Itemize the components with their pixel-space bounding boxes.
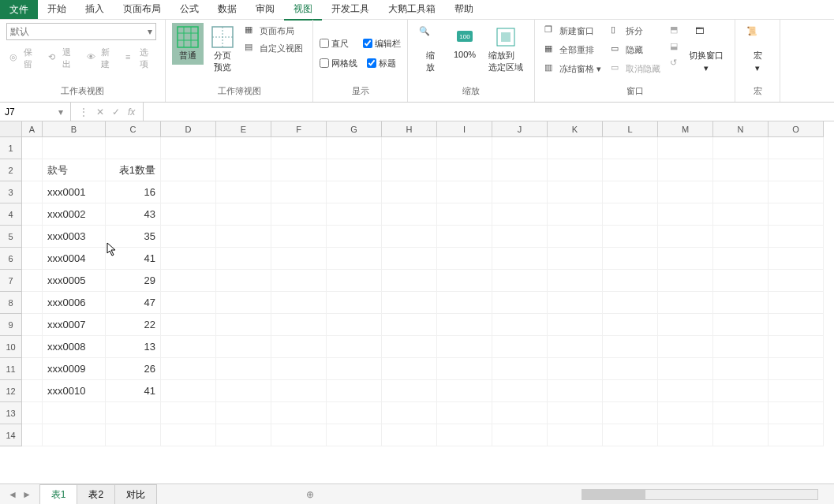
formula-input[interactable]: [144, 110, 834, 114]
cell-I10[interactable]: [437, 336, 492, 358]
cell-J12[interactable]: [492, 380, 548, 402]
cell-M2[interactable]: [658, 159, 713, 181]
cell-B6[interactable]: xxx0004: [43, 248, 106, 270]
cell-C11[interactable]: 26: [106, 358, 161, 380]
cell-I14[interactable]: [437, 424, 492, 446]
cell-L5[interactable]: [603, 226, 658, 248]
cell-N2[interactable]: [713, 159, 769, 181]
cell-M13[interactable]: [658, 402, 713, 424]
menu-tab-6[interactable]: 视图: [284, 0, 322, 21]
cell-O2[interactable]: [769, 159, 824, 181]
cell-I6[interactable]: [437, 248, 492, 270]
cell-A3[interactable]: [22, 181, 43, 203]
cell-B9[interactable]: xxx0007: [43, 314, 106, 336]
cell-A7[interactable]: [22, 270, 43, 292]
cell-J4[interactable]: [492, 203, 548, 226]
cell-H8[interactable]: [382, 292, 437, 314]
row-header-9[interactable]: 9: [0, 314, 22, 336]
cell-A13[interactable]: [22, 402, 43, 424]
cell-C9[interactable]: 22: [106, 314, 161, 336]
name-box[interactable]: ▾: [0, 103, 71, 121]
cell-I5[interactable]: [437, 226, 492, 248]
spreadsheet-grid[interactable]: ABCDEFGHIJKLMNO 1234567891011121314 款号表1…: [0, 121, 834, 483]
row-header-4[interactable]: 4: [0, 203, 22, 226]
row-header-14[interactable]: 14: [0, 424, 22, 446]
cell-N9[interactable]: [713, 314, 769, 336]
cell-C5[interactable]: 35: [106, 226, 161, 248]
sheet-tab-1[interactable]: 表2: [77, 484, 115, 505]
cell-H14[interactable]: [382, 424, 437, 446]
cell-K11[interactable]: [548, 358, 603, 380]
cell-K9[interactable]: [548, 314, 603, 336]
cell-L9[interactable]: [603, 314, 658, 336]
cell-H4[interactable]: [382, 203, 437, 226]
row-header-2[interactable]: 2: [0, 159, 22, 181]
cell-G4[interactable]: [327, 203, 382, 226]
col-header-I[interactable]: I: [437, 121, 492, 137]
cell-G2[interactable]: [327, 159, 382, 181]
cell-E7[interactable]: [216, 270, 271, 292]
cell-C14[interactable]: [106, 424, 161, 446]
cell-H5[interactable]: [382, 226, 437, 248]
cell-E2[interactable]: [216, 159, 271, 181]
add-sheet-button[interactable]: ⊕: [300, 487, 320, 502]
hide-button[interactable]: ▭隐藏: [608, 42, 664, 58]
cell-J8[interactable]: [492, 292, 548, 314]
cell-C8[interactable]: 47: [106, 292, 161, 314]
cancel-icon[interactable]: ✕: [96, 106, 104, 118]
cell-L4[interactable]: [603, 203, 658, 226]
cell-M11[interactable]: [658, 358, 713, 380]
cell-O5[interactable]: [769, 226, 824, 248]
cell-E13[interactable]: [216, 402, 271, 424]
page-layout-button[interactable]: ▦页面布局: [241, 23, 306, 39]
cell-A5[interactable]: [22, 226, 43, 248]
menu-tab-1[interactable]: 插入: [76, 0, 114, 19]
row-header-7[interactable]: 7: [0, 270, 22, 292]
cell-G9[interactable]: [327, 314, 382, 336]
cell-K6[interactable]: [548, 248, 603, 270]
cell-H6[interactable]: [382, 248, 437, 270]
cell-H1[interactable]: [382, 137, 437, 159]
cell-H9[interactable]: [382, 314, 437, 336]
cell-O4[interactable]: [769, 203, 824, 226]
cell-N4[interactable]: [713, 203, 769, 226]
cell-D5[interactable]: [161, 226, 216, 248]
cell-N5[interactable]: [713, 226, 769, 248]
cell-E14[interactable]: [216, 424, 271, 446]
cell-A8[interactable]: [22, 292, 43, 314]
cell-E8[interactable]: [216, 292, 271, 314]
cell-N11[interactable]: [713, 358, 769, 380]
split-button[interactable]: ▯拆分: [608, 23, 664, 39]
cell-G1[interactable]: [327, 137, 382, 159]
cell-A9[interactable]: [22, 314, 43, 336]
cell-K14[interactable]: [548, 424, 603, 446]
cell-G3[interactable]: [327, 181, 382, 203]
cell-K10[interactable]: [548, 336, 603, 358]
col-header-O[interactable]: O: [769, 121, 824, 137]
row-header-5[interactable]: 5: [0, 226, 22, 248]
cell-B4[interactable]: xxx0002: [43, 203, 106, 226]
sheet-tab-0[interactable]: 表1: [39, 484, 78, 505]
cell-D8[interactable]: [161, 292, 216, 314]
cell-B2[interactable]: 款号: [43, 159, 106, 181]
row-header-10[interactable]: 10: [0, 336, 22, 358]
cell-L14[interactable]: [603, 424, 658, 446]
cell-B13[interactable]: [43, 402, 106, 424]
row-header-3[interactable]: 3: [0, 181, 22, 203]
cell-L1[interactable]: [603, 137, 658, 159]
cell-J13[interactable]: [492, 402, 548, 424]
cell-F9[interactable]: [271, 314, 327, 336]
cell-A14[interactable]: [22, 424, 43, 446]
cell-L10[interactable]: [603, 336, 658, 358]
switch-window-button[interactable]: 🗔切换窗口▾: [684, 23, 728, 77]
cell-O6[interactable]: [769, 248, 824, 270]
sheet-prev-icon[interactable]: ◄: [8, 489, 17, 500]
cell-A4[interactable]: [22, 203, 43, 226]
cell-D2[interactable]: [161, 159, 216, 181]
cell-I9[interactable]: [437, 314, 492, 336]
cell-F8[interactable]: [271, 292, 327, 314]
arrange-all-button[interactable]: ▦全部重排: [541, 42, 604, 58]
col-header-N[interactable]: N: [713, 121, 769, 137]
cell-E10[interactable]: [216, 336, 271, 358]
cell-K1[interactable]: [548, 137, 603, 159]
